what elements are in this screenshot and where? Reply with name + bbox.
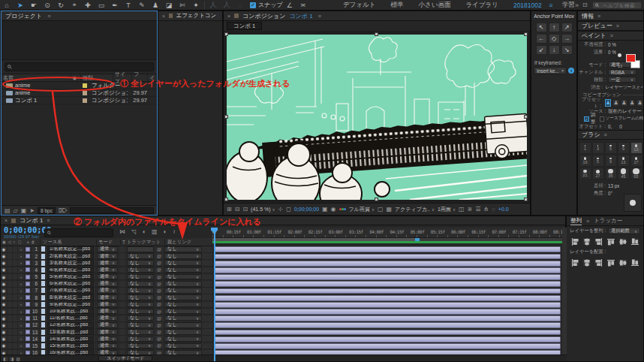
workspace-menu-icon[interactable]: ≡ xyxy=(549,2,555,9)
layer-parent-dropdown[interactable]: なし∨ xyxy=(164,294,202,300)
project-column-headers[interactable]: 名前◆種類サイズフレ..イ xyxy=(2,74,157,82)
layer-duration-bar[interactable] xyxy=(214,322,561,328)
selection-handle[interactable] xyxy=(224,115,228,119)
always-preview-icon[interactable]: ⊞ xyxy=(227,206,232,213)
clone-preset-3-icon[interactable]: ♟ xyxy=(621,99,627,107)
panel-menu-icon[interactable]: ≡ xyxy=(586,219,589,224)
snap-checkbox[interactable]: ✓ xyxy=(250,2,256,8)
view-layout-dropdown[interactable]: 1画面∨ xyxy=(438,206,456,213)
eye-icon[interactable]: ◉ xyxy=(1,267,8,273)
brush-tool-icon[interactable]: ✎ xyxy=(135,0,149,10)
layer-label-color[interactable] xyxy=(25,315,32,321)
layer-mode-dropdown[interactable]: 通常∨ xyxy=(97,246,118,252)
layer-mode-dropdown[interactable]: 通常∨ xyxy=(97,322,118,328)
preserve-transparency-toggle[interactable] xyxy=(119,315,126,321)
paint-panel-header[interactable]: ペイント ≡ xyxy=(578,31,643,41)
preserve-transparency-toggle[interactable] xyxy=(119,253,126,259)
audio-toggle[interactable] xyxy=(8,315,13,321)
layer-trkmat-dropdown[interactable]: なし∨ xyxy=(127,281,154,287)
layer-mode-dropdown[interactable]: 通常∨ xyxy=(97,260,118,266)
grid-guides-icon[interactable]: ⊹ xyxy=(278,206,284,213)
project-settings-icon[interactable]: ➤ xyxy=(29,207,35,214)
tab-align[interactable]: 整列 xyxy=(570,217,582,225)
close-icon[interactable]: × xyxy=(227,14,230,19)
pickwhip-icon[interactable]: @ xyxy=(155,260,164,266)
audio-toggle[interactable] xyxy=(8,329,13,335)
timeline-search-input[interactable] xyxy=(53,230,110,237)
layer-parent-dropdown[interactable]: なし∨ xyxy=(164,246,202,252)
preserve-transparency-toggle[interactable] xyxy=(119,288,126,294)
expand-arrow-icon[interactable]: › xyxy=(18,260,25,266)
solo-toggle[interactable] xyxy=(13,253,18,259)
anchor-arrow-button-5[interactable]: ◇ xyxy=(549,34,560,44)
expand-arrow-icon[interactable]: › xyxy=(18,302,25,308)
project-column-1[interactable]: 名前 xyxy=(2,74,71,81)
brush-size-9[interactable]: 9 xyxy=(618,142,630,154)
align-bottom-icon[interactable] xyxy=(630,237,639,246)
layer-source-name[interactable]: 9/名称未設定....psd xyxy=(47,302,94,308)
layer-duration-bar[interactable] xyxy=(214,267,561,273)
audio-toggle[interactable] xyxy=(8,294,13,300)
layer-trkmat-dropdown[interactable]: なし∨ xyxy=(127,288,154,294)
layer-mode-dropdown[interactable]: 通常∨ xyxy=(97,343,118,349)
panel-menu-icon[interactable]: ≡ xyxy=(604,132,607,137)
layer-parent-dropdown[interactable]: なし∨ xyxy=(164,274,202,280)
project-panel-header[interactable]: プロジェクト ≡ xyxy=(2,11,157,21)
layer-source-name[interactable]: 8/名称未設定....psd xyxy=(47,294,94,300)
pickwhip-icon[interactable]: @ xyxy=(155,274,164,280)
pickwhip-icon[interactable]: @ xyxy=(155,246,164,252)
project-item-row[interactable]: animeコンポジション29.97 xyxy=(2,89,157,97)
audio-toggle[interactable] xyxy=(8,267,13,273)
opacity-value[interactable]: 0 % xyxy=(608,42,616,47)
help-search-input[interactable] xyxy=(601,2,639,9)
layer-label-color[interactable] xyxy=(25,336,32,342)
brush-size-9[interactable]: 9 xyxy=(605,155,617,167)
align-center-h-icon[interactable] xyxy=(582,237,591,246)
layer-source-name[interactable]: 14/名称未設....psd xyxy=(47,336,94,342)
audio-toggle[interactable] xyxy=(8,343,13,349)
layer-source-name[interactable]: 5/名称未設定....psd xyxy=(47,274,94,280)
align-scope-dropdown[interactable]: 選択範囲∨ xyxy=(608,228,640,234)
preview-time-display[interactable]: 0;00;00;00 xyxy=(294,207,319,212)
layer-trkmat-dropdown[interactable]: なし∨ xyxy=(127,294,154,300)
layer-label-color[interactable] xyxy=(25,343,32,349)
expand-arrow-icon[interactable]: › xyxy=(18,288,25,294)
layer-source-name[interactable]: 4/名称未設定....psd xyxy=(47,267,94,273)
layer-source-name[interactable]: 3/名称未設定....psd xyxy=(47,260,94,266)
angle-value[interactable]: 0° xyxy=(608,191,612,196)
brush-size-3[interactable]: 3 xyxy=(592,142,604,154)
panel-menu-icon[interactable]: ≡ xyxy=(616,23,619,29)
selection-handle[interactable] xyxy=(524,32,528,36)
pickwhip-icon[interactable]: @ xyxy=(155,288,164,294)
preserve-transparency-toggle[interactable] xyxy=(119,302,126,308)
expand-arrow-icon[interactable]: › xyxy=(18,322,25,328)
expand-arrow-icon[interactable]: › xyxy=(18,246,25,252)
composition-viewer[interactable] xyxy=(224,31,530,203)
layer-trkmat-dropdown[interactable]: なし∨ xyxy=(127,267,154,273)
layer-trkmat-dropdown[interactable]: なし∨ xyxy=(127,329,154,335)
interpret-footage-icon[interactable]: ▤ xyxy=(5,207,11,214)
expand-arrow-icon[interactable]: › xyxy=(18,281,25,287)
source-value[interactable]: 現在のレイヤー xyxy=(608,108,642,115)
brush-size-65[interactable]: 65 xyxy=(630,167,642,179)
layer-source-name[interactable]: 6/名称未設定....psd xyxy=(47,281,94,287)
project-item-row[interactable]: コンポ 1コンポジション29.97 xyxy=(2,97,157,104)
selection-handle[interactable] xyxy=(524,198,528,201)
selection-handle[interactable] xyxy=(375,32,378,36)
expand-arrow-icon[interactable]: › xyxy=(18,274,25,280)
layer-mode-dropdown[interactable]: 通常∨ xyxy=(97,267,118,273)
layer-trkmat-dropdown[interactable]: なし∨ xyxy=(127,302,154,308)
brush-size-27[interactable]: 27 xyxy=(592,167,604,179)
mask-visibility-icon[interactable]: ◻ xyxy=(286,206,291,213)
brush-size-45[interactable]: 45 xyxy=(618,167,630,179)
timeline-tab-row[interactable]: × コンポ 1 ≡ xyxy=(1,216,565,225)
mode-column-header[interactable]: モード xyxy=(96,239,120,246)
layer-duration-bar[interactable] xyxy=(214,274,561,280)
source-column-header[interactable]: ソース名 xyxy=(40,239,96,246)
layer-duration-bar[interactable] xyxy=(214,302,561,308)
layer-label-color[interactable] xyxy=(25,288,32,294)
pickwhip-icon[interactable]: @ xyxy=(155,329,164,335)
solo-toggle[interactable] xyxy=(13,302,18,308)
layer-parent-dropdown[interactable]: なし∨ xyxy=(164,336,202,342)
workspace-tab-3[interactable]: 小さい画面 xyxy=(411,1,459,10)
